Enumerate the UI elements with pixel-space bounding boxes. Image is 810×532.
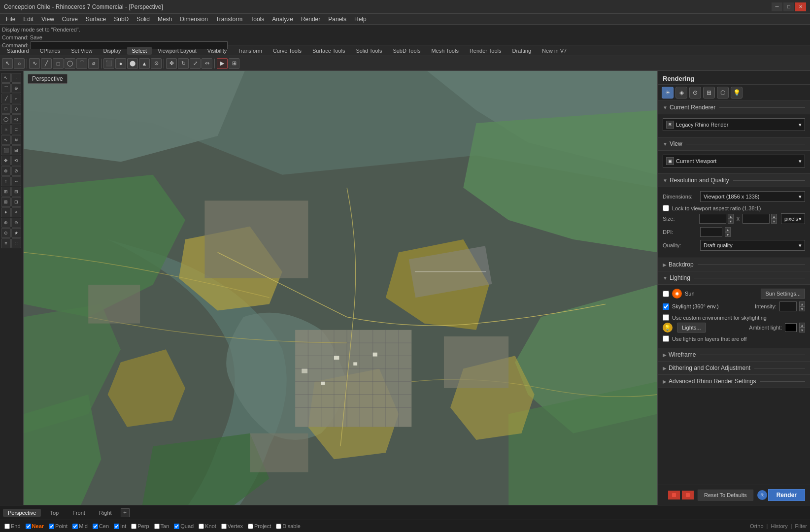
viewport-label[interactable]: Perspective <box>28 74 68 84</box>
tool-extra-2[interactable]: ⊖ <box>11 218 21 228</box>
tool-dim-2[interactable]: ⊟ <box>11 187 21 197</box>
tab-surface-tools[interactable]: Surface Tools <box>307 47 350 55</box>
tool-cylinder[interactable]: ⬤ <box>127 58 138 69</box>
tool-move[interactable]: ✥ <box>166 58 177 69</box>
tool-rect[interactable]: □ <box>53 58 64 69</box>
section-wireframe[interactable]: ▶ Wireframe <box>658 348 810 362</box>
tool-arrow[interactable]: ↖ <box>2 58 13 69</box>
tab-select[interactable]: Select <box>127 47 152 55</box>
custom-sky-checkbox[interactable] <box>663 314 669 321</box>
tool-analyze-1[interactable]: ↑ <box>1 176 11 186</box>
tab-drafting[interactable]: Drafting <box>507 47 537 55</box>
height-down[interactable]: ▼ <box>771 219 777 224</box>
section-dithering[interactable]: ▶ Dithering and Color Adjustment <box>658 362 810 375</box>
menu-tools[interactable]: Tools <box>246 15 268 24</box>
tool-select-arrow[interactable]: ↖ <box>1 73 11 83</box>
lights-off-checkbox[interactable] <box>663 335 669 342</box>
render-tab-sun[interactable]: ☀ <box>662 87 674 99</box>
section-lighting[interactable]: ▼ Lighting <box>658 271 810 285</box>
tool-arc-2[interactable]: ⊂ <box>11 125 21 134</box>
sun-checkbox[interactable] <box>663 291 669 297</box>
render-tab-lights[interactable]: 💡 <box>731 87 742 99</box>
menu-panels[interactable]: Panels <box>324 15 350 24</box>
tool-view-2[interactable]: ⊡ <box>11 197 21 207</box>
sun-settings-button[interactable]: Sun Settings... <box>761 289 805 299</box>
snap-knot-checkbox[interactable] <box>199 524 204 529</box>
snap-vertex-checkbox[interactable] <box>221 524 227 529</box>
tool-view-1[interactable]: ⊠ <box>1 197 11 207</box>
snap-end-checkbox[interactable] <box>4 524 10 529</box>
tool-box[interactable]: ⬛ <box>103 58 114 69</box>
snap-int-checkbox[interactable] <box>114 524 119 529</box>
ortho-status[interactable]: Ortho <box>750 523 764 529</box>
tab-display[interactable]: Display <box>98 47 126 55</box>
dimensions-dropdown[interactable]: Viewport (1856 x 1338) ▾ <box>700 191 805 202</box>
tab-setview[interactable]: Set View <box>66 47 97 55</box>
dpi-input[interactable]: 72 <box>700 227 722 237</box>
renderer-dropdown[interactable]: R Legacy Rhino Render ▾ <box>663 118 805 131</box>
height-up[interactable]: ▲ <box>771 214 777 219</box>
snap-perp-checkbox[interactable] <box>131 524 136 529</box>
tool-circle-1[interactable]: ◯ <box>1 114 11 124</box>
tool-arc-1[interactable]: ∩ <box>1 125 11 134</box>
snap-point-checkbox[interactable] <box>49 524 54 529</box>
menu-analyze[interactable]: Analyze <box>268 15 297 24</box>
tool-misc-2[interactable]: ✧ <box>11 207 21 217</box>
menu-view[interactable]: View <box>37 15 58 24</box>
tool-freeform[interactable]: ⌀ <box>88 58 99 69</box>
render-button[interactable]: Render <box>768 489 805 501</box>
intensity-input[interactable]: 0.0 <box>779 301 797 311</box>
view-dropdown[interactable]: ▣ Current Viewport ▾ <box>663 155 805 167</box>
tool-cone[interactable]: ▲ <box>139 58 150 69</box>
menu-render[interactable]: Render <box>297 15 324 24</box>
tool-torus[interactable]: ⊙ <box>151 58 162 69</box>
unit-dropdown[interactable]: pixels ▾ <box>781 213 805 224</box>
tool-edit-2[interactable]: ⊘ <box>11 166 21 176</box>
skylight-checkbox[interactable] <box>663 303 669 310</box>
tool-final-2[interactable]: ★ <box>11 228 21 238</box>
close-button[interactable]: ✕ <box>795 2 806 11</box>
tool-scale[interactable]: ⤢ <box>190 58 201 69</box>
viewport-area[interactable]: Perspective <box>24 71 657 505</box>
tool-solid-1[interactable]: ⬛ <box>1 145 11 155</box>
dpi-up[interactable]: ▲ <box>725 227 731 232</box>
tool-misc-1[interactable]: ✦ <box>1 207 11 217</box>
tool-render[interactable]: ▶ <box>217 58 228 69</box>
tool-solid-2[interactable]: ⊞ <box>11 145 21 155</box>
tab-curve-tools[interactable]: Curve Tools <box>268 47 306 55</box>
section-backdrop[interactable]: ▶ Backdrop <box>658 258 810 271</box>
tool-rotate[interactable]: ↻ <box>178 58 189 69</box>
tab-transform[interactable]: Transform <box>233 47 267 55</box>
width-up[interactable]: ▲ <box>728 214 734 219</box>
tab-subd-tools[interactable]: SubD Tools <box>388 47 425 55</box>
tool-circle-2[interactable]: ◎ <box>11 114 21 124</box>
tool-mirror[interactable]: ⇔ <box>202 58 212 69</box>
tool-line-1[interactable]: ╱ <box>1 94 11 103</box>
snap-tan-checkbox[interactable] <box>154 524 160 529</box>
history-status[interactable]: History <box>771 523 787 529</box>
tool-shape-2[interactable]: ◇ <box>11 104 21 114</box>
tool-line[interactable]: ╱ <box>41 58 52 69</box>
render-tab-texture[interactable]: ⊞ <box>703 87 715 99</box>
lock-aspect-checkbox[interactable] <box>663 205 669 211</box>
section-resolution[interactable]: ▼ Resolution and Quality <box>658 174 810 187</box>
tab-cplanes[interactable]: CPlanes <box>35 47 66 55</box>
tool-circle[interactable]: ◯ <box>65 58 75 69</box>
tool-shape-1[interactable]: □ <box>1 104 11 114</box>
width-down[interactable]: ▼ <box>728 219 734 224</box>
vp-tab-top[interactable]: Top <box>45 509 64 517</box>
minimize-button[interactable]: ─ <box>772 2 782 11</box>
section-current-renderer[interactable]: ▼ Current Renderer <box>658 101 810 114</box>
menu-surface[interactable]: Surface <box>82 15 110 24</box>
intensity-down[interactable]: ▼ <box>799 306 805 311</box>
tab-standard[interactable]: Standard <box>2 47 34 55</box>
tool-final-1[interactable]: ⊙ <box>1 228 11 238</box>
tab-viewport-layout[interactable]: Viewport Layout <box>153 47 202 55</box>
snap-quad-checkbox[interactable] <box>174 524 179 529</box>
tab-new-v7[interactable]: New in V7 <box>537 47 572 55</box>
render-tab-decal[interactable]: ⬡ <box>717 87 729 99</box>
menu-help[interactable]: Help <box>350 15 371 24</box>
tool-last-1[interactable]: ≡ <box>1 238 11 248</box>
render-tab-material[interactable]: ◈ <box>675 87 687 99</box>
tool-transform-1[interactable]: ✥ <box>1 156 11 166</box>
